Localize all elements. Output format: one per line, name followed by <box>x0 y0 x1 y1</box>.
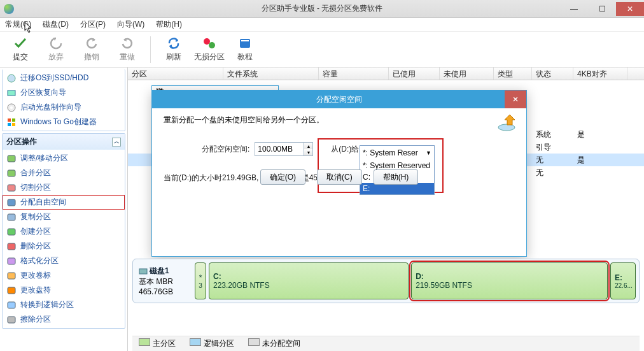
svg-rect-19 <box>8 258 15 264</box>
menu-disk[interactable]: 磁盘(D) <box>43 19 69 30</box>
op-9[interactable]: 更改盘符 <box>3 283 125 297</box>
svg-point-4 <box>8 75 15 82</box>
help-button[interactable]: 帮助(H) <box>374 169 419 185</box>
redo-button[interactable]: 重做 <box>112 34 143 66</box>
legend-primary: 主分区 <box>139 338 176 349</box>
op-1[interactable]: 合并分区 <box>3 166 125 180</box>
op-8[interactable]: 更改卷标 <box>3 268 125 283</box>
wizard-panel: 迁移OS到SSD/HDD 分区恢复向导 启动光盘制作向导 Windows To … <box>2 69 125 131</box>
col-header[interactable]: 分区 <box>128 68 223 80</box>
svg-rect-22 <box>8 302 15 308</box>
commit-button[interactable]: 提交 <box>5 34 36 66</box>
op-3[interactable]: 分配自由空间 <box>3 195 125 210</box>
partition-c[interactable]: C:223.20GB NTFS <box>209 262 409 299</box>
disk-info: 磁盘1 基本 MBR 465.76GB <box>136 262 192 299</box>
alloc-label: 分配空闲空间: <box>202 144 249 155</box>
dialog-titlebar[interactable]: 分配空闲空间 ✕ <box>152 90 526 108</box>
disk-icon <box>139 267 148 276</box>
op-10[interactable]: 转换到逻辑分区 <box>3 297 125 312</box>
op-4[interactable]: 复制分区 <box>3 210 125 224</box>
alloc-spinner[interactable]: ▲▼ <box>304 142 313 156</box>
wizard-recover[interactable]: 分区恢复向导 <box>3 85 125 100</box>
ok-button[interactable]: 确定(O) <box>260 169 305 185</box>
legend: 主分区 逻辑分区 未分配空间 <box>132 336 640 351</box>
svg-rect-13 <box>8 170 15 176</box>
svg-rect-8 <box>8 118 11 122</box>
svg-point-0 <box>204 38 210 45</box>
drive-arrow-icon <box>496 111 517 133</box>
op-0[interactable]: 调整/移动分区 <box>3 151 125 166</box>
svg-rect-21 <box>8 287 15 294</box>
partition-e[interactable]: E:22.6... <box>610 262 636 299</box>
refresh-icon <box>167 36 181 50</box>
col-header[interactable]: 未使用 <box>440 68 494 80</box>
dialog-title: 分配空闲空间 <box>316 94 362 105</box>
chevron-down-icon: ▼ <box>426 150 431 156</box>
svg-rect-11 <box>12 123 15 126</box>
chevron-up-icon: ▲ <box>304 143 312 149</box>
ops-header[interactable]: 分区操作︿ <box>3 134 125 150</box>
sidebar: 迁移OS到SSD/HDD 分区恢复向导 启动光盘制作向导 Windows To … <box>0 68 128 351</box>
book-icon <box>238 36 252 50</box>
svg-rect-5 <box>8 90 15 96</box>
disk-icon <box>6 73 17 83</box>
col-header[interactable]: 已使用 <box>389 68 440 80</box>
svg-rect-25 <box>139 269 147 274</box>
svg-rect-9 <box>12 118 15 122</box>
tutorial-button[interactable]: 教程 <box>230 34 260 66</box>
op-5[interactable]: 创建分区 <box>3 224 125 239</box>
op-icon <box>6 300 17 310</box>
refresh-button[interactable]: 刷新 <box>158 34 189 66</box>
toolbar: 提交 放弃 撤销 重做 刷新 无损分区 教程 <box>0 32 644 68</box>
partition-d[interactable]: D:219.59GB NTFS <box>411 262 608 299</box>
cancel-button[interactable]: 取消(C) <box>317 169 362 185</box>
svg-point-7 <box>10 106 13 109</box>
svg-rect-10 <box>8 123 11 126</box>
wizard-bootdisc[interactable]: 启动光盘制作向导 <box>3 100 125 115</box>
lossless-button[interactable]: 无损分区 <box>194 34 225 66</box>
col-header[interactable]: 类型 <box>494 68 532 80</box>
menu-general[interactable]: 常规(G) <box>5 19 31 30</box>
check-icon <box>13 36 27 50</box>
wizard-migrate-os[interactable]: 迁移OS到SSD/HDD <box>3 71 125 85</box>
partition-reserved[interactable]: *3 <box>195 262 206 299</box>
legend-unalloc: 未分配空间 <box>248 338 300 349</box>
col-header[interactable]: 状态 <box>532 68 573 80</box>
op-11[interactable]: 擦除分区 <box>3 312 125 327</box>
window-title: 分区助手专业版 - 无损分区免费软件 <box>262 3 383 14</box>
menu-bar: 常规(G) 磁盘(D) 分区(P) 向导(W) 帮助(H) <box>0 18 644 32</box>
disc-icon <box>6 103 17 113</box>
op-icon <box>6 285 17 296</box>
minimize-button[interactable]: — <box>560 2 588 16</box>
alloc-value-input[interactable]: 100.00MB <box>255 142 304 156</box>
op-2[interactable]: 切割分区 <box>3 180 125 195</box>
op-6[interactable]: 删除分区 <box>3 239 125 254</box>
menu-partition[interactable]: 分区(P) <box>80 19 106 30</box>
op-icon <box>6 271 17 281</box>
undo-button[interactable]: 撤销 <box>76 34 107 66</box>
op-icon <box>6 315 17 325</box>
col-header[interactable]: 文件系统 <box>223 68 319 80</box>
menu-wizard[interactable]: 向导(W) <box>117 19 144 30</box>
undo-icon <box>85 36 99 50</box>
discard-icon <box>49 36 63 50</box>
col-header[interactable]: 4KB对齐 <box>573 68 627 80</box>
maximize-button[interactable]: ☐ <box>588 2 616 16</box>
svg-rect-15 <box>8 199 15 206</box>
op-7[interactable]: 格式化分区 <box>3 254 125 268</box>
svg-rect-20 <box>8 273 15 279</box>
discard-button[interactable]: 放弃 <box>41 34 71 66</box>
dialog-close-button[interactable]: ✕ <box>505 90 526 108</box>
op-icon <box>6 197 17 208</box>
close-button[interactable]: ✕ <box>616 2 644 16</box>
op-icon <box>6 154 17 164</box>
wizard-wtg[interactable]: Windows To Go创建器 <box>3 115 125 129</box>
menu-help[interactable]: 帮助(H) <box>156 19 182 30</box>
chevron-up-icon: ︿ <box>112 138 121 147</box>
col-header[interactable]: 容量 <box>319 68 389 80</box>
dialog-desc: 重新分配一个盘的未使用空间给另外一个分区。 <box>164 115 515 125</box>
svg-rect-18 <box>8 243 15 250</box>
recover-icon <box>6 88 17 98</box>
partition-icon <box>202 36 216 50</box>
op-icon <box>6 212 17 222</box>
